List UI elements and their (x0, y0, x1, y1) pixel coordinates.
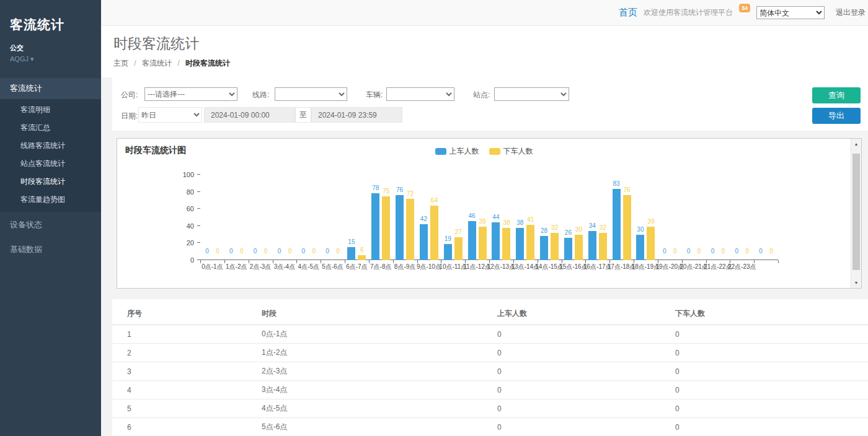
date-preset-select[interactable]: 昨日 (138, 107, 202, 123)
page-heading: 时段客流统计 主页 / 客流统计 / 时段客流统计 (101, 26, 868, 77)
bar-boarding (516, 228, 524, 260)
bar-alighting (454, 237, 463, 260)
table-cell: 4 (112, 381, 257, 399)
table-body: 10点-1点0021点-2点0032点-3点0043点-4点0054点-5点00… (112, 325, 868, 436)
bar-alighting (647, 227, 655, 260)
table-cell: 0 (670, 399, 868, 418)
table-cell: 0点-1点 (257, 325, 492, 344)
table-cell: 2点-3点 (257, 362, 492, 381)
sidebar-item-passenger-stats[interactable]: 客流统计 (0, 78, 101, 99)
org-name: 公交 (10, 43, 101, 53)
sidebar-item-device-status[interactable]: 设备状态 (0, 213, 101, 237)
y-axis-tick (197, 174, 200, 175)
y-axis-label: 100 (169, 171, 194, 178)
bar-value-label: 64 (425, 197, 443, 204)
export-button[interactable]: 导出 (812, 108, 861, 124)
date-from-input[interactable] (204, 107, 295, 123)
y-axis-tick (197, 242, 200, 243)
bar-value-label: 32 (546, 224, 564, 231)
bar-value-label: 76 (618, 186, 636, 193)
y-axis-label: 0 (169, 256, 194, 264)
x-axis-tick (778, 260, 779, 263)
brand: 客流统计 (0, 0, 101, 33)
chart-panel: 时段车流统计图 上车人数 下车人数 0204060801000000001578… (117, 138, 862, 289)
bar-value-label: 0 (280, 248, 299, 255)
table-row: 21点-2点00 (112, 344, 868, 362)
date-separator: 至 (295, 107, 311, 123)
table-cell: 1点-2点 (257, 344, 492, 362)
table-header-index: 序号 (112, 303, 257, 325)
bar-value-label: 15 (342, 238, 361, 245)
filter-panel: 公司: ---请选择--- 线路: 车辆: 站点: 日期: 昨日 至 查询 导出 (112, 77, 868, 131)
bar-value-label: 75 (377, 188, 396, 194)
bar-alighting (406, 199, 414, 260)
vehicle-label: 车辆: (366, 90, 383, 100)
query-button[interactable]: 查询 (812, 87, 861, 103)
sidebar-item-passenger-summary[interactable]: 客流汇总 (0, 119, 101, 137)
bar-value-label: 27 (449, 229, 467, 235)
breadcrumb-home[interactable]: 主页 (113, 59, 128, 68)
page-title: 时段客流统计 (113, 34, 868, 53)
table-cell: 5点-6点 (257, 418, 492, 436)
y-axis-label: 40 (169, 222, 194, 230)
sidebar-item-period-stats[interactable]: 时段客流统计 (0, 173, 101, 191)
sidebar-item-base-data[interactable]: 基础数据 (0, 238, 101, 261)
notification-badge[interactable]: 34 (739, 4, 750, 12)
bar-value-label: 41 (521, 216, 540, 223)
station-select[interactable] (494, 87, 569, 101)
sidebar-item-station-stats[interactable]: 站点客流统计 (0, 155, 101, 173)
table-cell: 0 (492, 418, 670, 436)
bar-value-label: 0 (714, 248, 732, 255)
logout-link[interactable]: 退出登录 (836, 7, 866, 18)
scroll-up-icon[interactable]: ▲ (851, 139, 861, 149)
y-axis-label: 60 (169, 205, 194, 212)
bar-value-label: 0 (329, 248, 347, 255)
topbar: 首页 欢迎使用客流统计管理平台 34 简体中文 退出登录 (101, 0, 868, 26)
breadcrumb-separator: / (177, 59, 179, 68)
bar-boarding (540, 236, 548, 260)
bar-boarding (564, 238, 572, 260)
language-select[interactable]: 简体中文 (756, 6, 825, 19)
bar-value-label: 39 (473, 218, 492, 225)
sidebar-item-line-stats[interactable]: 线路客流统计 (0, 137, 101, 155)
bar-boarding (371, 193, 379, 260)
bar-alighting (382, 196, 390, 260)
table-cell: 6 (112, 418, 257, 436)
bar-value-label: 0 (232, 248, 251, 255)
org-code-dropdown[interactable]: AQGJ ▾ (10, 55, 101, 63)
table-header-row: 序号 时段 上车人数 下车人数 (112, 303, 868, 325)
bar-boarding (588, 231, 596, 260)
sidebar-item-passenger-detail[interactable]: 客流明细 (0, 101, 101, 119)
breadcrumb: 主页 / 客流统计 / 时段客流统计 (113, 58, 868, 69)
table-cell: 0 (492, 325, 670, 344)
company-select[interactable]: ---请选择--- (144, 87, 237, 101)
bar-boarding (636, 235, 644, 260)
bar-alighting (479, 227, 487, 260)
home-link[interactable]: 首页 (619, 7, 637, 19)
bar-alighting (623, 195, 631, 260)
bar-boarding (492, 222, 500, 260)
y-axis-tick (197, 225, 200, 226)
table-cell: 0 (670, 325, 868, 344)
line-select[interactable] (275, 87, 347, 101)
table-header-boarding: 上车人数 (492, 303, 670, 325)
table-cell: 5 (112, 399, 257, 418)
date-to-input[interactable] (311, 107, 402, 123)
breadcrumb-passenger-stats[interactable]: 客流统计 (142, 59, 172, 68)
bar-value-label: 72 (401, 190, 420, 197)
vehicle-select[interactable] (386, 87, 454, 101)
company-label: 公司: (121, 90, 138, 100)
sidebar-item-trend-chart[interactable]: 客流量趋势图 (0, 191, 101, 209)
bar-value-label: 30 (569, 226, 588, 233)
scroll-down-icon[interactable]: ▼ (851, 278, 861, 287)
station-label: 站点: (473, 90, 490, 100)
bar-value-label: 0 (208, 248, 227, 255)
table-header-alighting: 下车人数 (670, 303, 868, 325)
bar-alighting (599, 233, 607, 260)
bar-alighting (502, 228, 510, 260)
scroll-thumb[interactable] (852, 154, 860, 270)
breadcrumb-current: 时段客流统计 (185, 59, 230, 68)
chart-scrollbar[interactable]: ▲ ▼ (851, 139, 861, 288)
table-row: 10点-1点00 (112, 325, 868, 344)
bar-value-label: 38 (497, 219, 516, 226)
